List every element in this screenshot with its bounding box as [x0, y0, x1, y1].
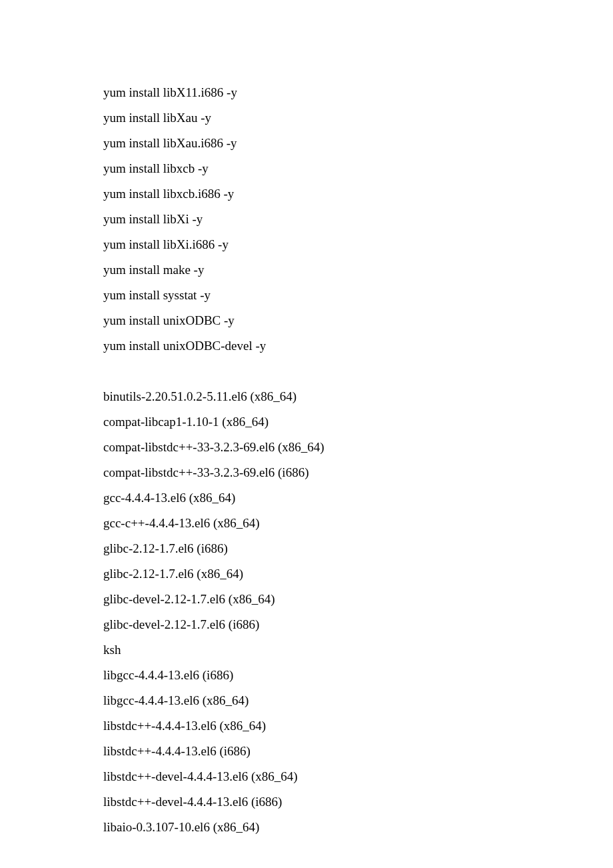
command-line: yum install make -y [103, 257, 510, 283]
package-line: libgcc-4.4.4-13.el6 (x86_64) [103, 688, 510, 713]
package-line: libstdc++-devel-4.4.4-13.el6 (i686) [103, 789, 510, 815]
document-page: yum install libX11.i686 -y yum install l… [0, 0, 613, 868]
package-line: glibc-devel-2.12-1.7.el6 (x86_64) [103, 587, 510, 612]
package-line: gcc-4.4.4-13.el6 (x86_64) [103, 485, 510, 511]
package-line: binutils-2.20.51.0.2-5.11.el6 (x86_64) [103, 384, 510, 409]
command-line: yum install unixODBC -y [103, 308, 510, 333]
command-line: yum install libXi -y [103, 207, 510, 232]
package-line: libgcc-4.4.4-13.el6 (i686) [103, 663, 510, 688]
package-line: libstdc++-4.4.4-13.el6 (i686) [103, 739, 510, 764]
package-line: compat-libcap1-1.10-1 (x86_64) [103, 409, 510, 435]
section-separator [103, 359, 510, 384]
package-line: libaio-0.3.107-10.el6 (x86_64) [103, 815, 510, 840]
package-line: compat-libstdc++-33-3.2.3-69.el6 (i686) [103, 460, 510, 485]
command-line: yum install libXi.i686 -y [103, 232, 510, 257]
command-line: yum install libxcb -y [103, 156, 510, 181]
package-line: libstdc++-devel-4.4.4-13.el6 (x86_64) [103, 764, 510, 789]
package-line: glibc-2.12-1.7.el6 (x86_64) [103, 561, 510, 587]
package-line: glibc-devel-2.12-1.7.el6 (i686) [103, 612, 510, 637]
command-line: yum install libXau -y [103, 105, 510, 131]
command-line: yum install unixODBC-devel -y [103, 333, 510, 359]
command-line: yum install sysstat -y [103, 283, 510, 308]
command-line: yum install libxcb.i686 -y [103, 181, 510, 207]
command-line: yum install libXau.i686 -y [103, 131, 510, 156]
package-line: glibc-2.12-1.7.el6 (i686) [103, 536, 510, 561]
command-line: yum install libX11.i686 -y [103, 80, 510, 105]
packages-section: binutils-2.20.51.0.2-5.11.el6 (x86_64) c… [103, 384, 510, 840]
package-line: libstdc++-4.4.4-13.el6 (x86_64) [103, 713, 510, 739]
package-line: compat-libstdc++-33-3.2.3-69.el6 (x86_64… [103, 435, 510, 460]
commands-section: yum install libX11.i686 -y yum install l… [103, 80, 510, 359]
package-line: ksh [103, 637, 510, 663]
package-line: gcc-c++-4.4.4-13.el6 (x86_64) [103, 511, 510, 536]
